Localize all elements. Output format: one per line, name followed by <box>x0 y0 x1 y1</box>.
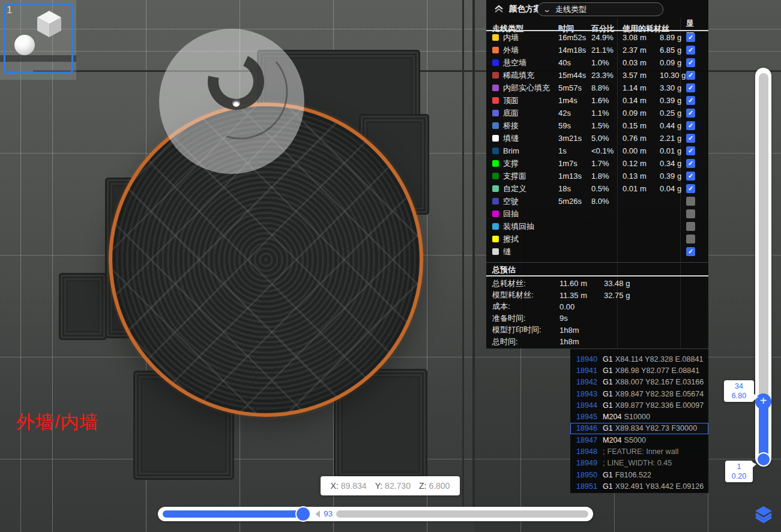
line-type-weight: 0.39 g <box>660 172 686 181</box>
line-type-row: Brim1s<0.1%0.00 m0.01 g✓ <box>486 145 708 157</box>
visibility-checkbox[interactable]: ✓ <box>686 109 695 118</box>
gcode-line[interactable]: 18946G1X89.834 Y82.73 F30000 <box>570 423 708 434</box>
move-slider-thumb[interactable] <box>295 506 311 522</box>
line-type-weight: 6.85 g <box>660 46 686 55</box>
gcode-args: X89.877 Y82.336 E.00097 <box>615 401 704 410</box>
line-type-label: Brim <box>503 146 558 155</box>
line-type-row: 支撑1m7s1.7%0.12 m0.34 g✓ <box>486 157 708 170</box>
line-type-percent: 8.0% <box>591 197 623 206</box>
line-type-time: 59s <box>558 121 591 130</box>
plate-edge-vertical-2 <box>472 0 475 517</box>
gcode-line[interactable]: 18943G1X89.847 Y82.328 E.05674 <box>570 388 708 399</box>
plate-thumbnail[interactable]: 1 <box>0 0 76 80</box>
visibility-checkbox[interactable] <box>686 222 695 231</box>
gcode-line[interactable]: 18947M204S5000 <box>570 434 708 446</box>
visibility-checkbox[interactable]: ✓ <box>686 58 695 67</box>
coordinate-label: Y: <box>375 481 382 491</box>
gcode-command: G1 <box>603 366 613 375</box>
totals-rows: 总耗材丝:11.60 m33.48 g模型耗材丝:11.35 m32.75 g成… <box>486 278 708 347</box>
line-type-label: 外墙 <box>503 45 558 56</box>
visibility-checkbox[interactable]: ✓ <box>686 71 695 80</box>
line-type-length: 2.37 m <box>623 46 660 55</box>
line-type-weight: 0.34 g <box>660 159 686 168</box>
line-type-time: 1m7s <box>558 159 591 168</box>
line-type-label: 装填回抽 <box>503 221 558 232</box>
line-type-color-swatch <box>492 185 499 192</box>
line-type-color-swatch <box>492 223 499 230</box>
collapse-panel-icon[interactable] <box>493 4 504 14</box>
coordinate-readout: X:89.834Y:82.730Z:6.800 <box>321 476 460 495</box>
totals-title: 总预估 <box>492 265 516 275</box>
visibility-checkbox[interactable]: ✓ <box>686 172 695 181</box>
line-type-percent: 1.1% <box>591 109 623 118</box>
coordinate-label: Z: <box>419 481 426 491</box>
move-slider[interactable]: 93 <box>158 507 593 521</box>
visibility-checkbox[interactable]: ✓ <box>686 96 695 105</box>
gcode-line[interactable]: 18948;FEATURE: Inner wall <box>570 446 708 457</box>
line-type-time: 5m26s <box>558 197 591 206</box>
line-type-length: 0.00 m <box>623 146 660 155</box>
line-type-percent: 21.1% <box>591 46 623 55</box>
visibility-checkbox[interactable] <box>686 209 695 218</box>
line-type-label: 悬空墙 <box>503 58 558 68</box>
gcode-line[interactable]: 18941G1X86.98 Y82.077 E.08841 <box>570 365 708 376</box>
line-type-color-swatch <box>492 72 499 79</box>
line-type-weight: 0.01 g <box>660 146 686 155</box>
panel-header: 颜色方案 ⌄ 走线类型 <box>486 0 708 18</box>
line-type-time: 5m57s <box>558 83 591 92</box>
visibility-checkbox[interactable]: ✓ <box>686 33 695 42</box>
line-type-weight: 2.21 g <box>660 134 686 143</box>
visibility-checkbox[interactable]: ✓ <box>686 134 695 143</box>
visibility-checkbox[interactable] <box>686 197 695 206</box>
total-row: 总时间:1h8m <box>486 336 708 347</box>
line-type-color-swatch <box>492 34 499 41</box>
plate-number: 1 <box>7 4 12 16</box>
visibility-checkbox[interactable]: ✓ <box>686 146 695 155</box>
gcode-command: M204 <box>603 436 622 444</box>
visibility-checkbox[interactable]: ✓ <box>686 159 695 168</box>
gcode-line[interactable]: 18951G1X92.491 Y83.442 E.09126 <box>570 480 708 492</box>
layers-view-button[interactable] <box>752 503 775 526</box>
visibility-checkbox[interactable]: ✓ <box>686 83 695 92</box>
gcode-line[interactable]: 18940G1X84.114 Y82.328 E.08841 <box>570 353 708 365</box>
gcode-line-number: 18940 <box>571 355 597 363</box>
gcode-line[interactable]: 18944G1X89.877 Y82.336 E.00097 <box>570 399 708 411</box>
line-type-label: 底面 <box>503 108 558 119</box>
layer-slider[interactable]: + <box>755 68 771 466</box>
line-type-label: 内部实心填充 <box>503 83 558 94</box>
total-value-1: 1h8m <box>559 337 604 346</box>
visibility-checkbox[interactable]: ✓ <box>686 247 695 256</box>
gcode-command: G1 <box>603 482 613 491</box>
visibility-checkbox[interactable]: ✓ <box>686 184 695 193</box>
visibility-checkbox[interactable]: ✓ <box>686 121 695 130</box>
gcode-lines-panel: 18940G1X84.114 Y82.328 E.0884118941G1X86… <box>570 349 708 493</box>
view-type-dropdown[interactable]: ⌄ 走线类型 <box>537 2 663 16</box>
gcode-args: X84.114 Y82.328 E.08841 <box>615 355 704 363</box>
line-type-row: 填缝3m21s5.0%0.76 m2.21 g✓ <box>486 132 708 145</box>
thumbnail-sphere-model <box>14 35 35 55</box>
gcode-line[interactable]: 18949;LINE_WIDTH: 0.45 <box>570 458 708 469</box>
line-type-row: 桥接59s1.5%0.15 m0.44 g✓ <box>486 119 708 132</box>
gcode-command: G1 <box>603 401 613 410</box>
line-type-percent: 1.5% <box>591 121 623 130</box>
line-type-row: 空驶5m26s8.0% <box>486 195 708 208</box>
line-type-length: 0.15 m <box>623 121 660 130</box>
line-type-weight: 10.30 g <box>660 71 686 80</box>
coordinate-value: 82.730 <box>385 481 411 491</box>
gcode-line[interactable]: 18942G1X88.007 Y82.167 E.03166 <box>570 377 708 388</box>
color-scheme-panel: 颜色方案 ⌄ 走线类型 走线类型 时间 百分比 使用的耗材丝 显示 内墙16m5… <box>486 0 708 348</box>
gcode-line[interactable]: 18945M204S10000 <box>570 411 708 422</box>
gcode-line[interactable]: 18950G1F8106.522 <box>570 469 708 480</box>
line-type-label: 内墙 <box>503 32 558 43</box>
line-type-color-swatch <box>492 135 499 142</box>
total-label: 成本: <box>492 301 559 312</box>
visibility-checkbox[interactable]: ✓ <box>686 46 695 55</box>
layer-top-height: 6.80 <box>724 391 754 401</box>
line-type-color-swatch <box>492 160 499 167</box>
line-type-percent: 5.0% <box>591 134 623 143</box>
visibility-checkbox[interactable] <box>686 235 695 244</box>
layer-slider-bottom-thumb[interactable] <box>756 452 771 467</box>
line-type-row: 回抽 <box>486 208 708 220</box>
gcode-preview-screen: 外墙/内墙 1 颜色方案 ⌄ 走线类型 走线类型 时间 <box>0 0 781 532</box>
line-type-label: 回抽 <box>503 209 558 220</box>
